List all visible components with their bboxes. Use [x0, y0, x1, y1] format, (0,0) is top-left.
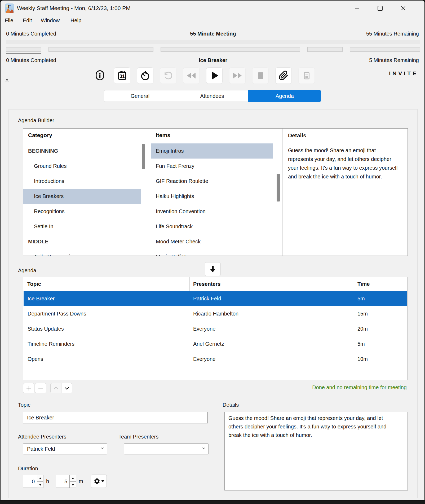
agenda-status-text: Done and no remaining time for meeting: [312, 384, 407, 391]
chevron-down-icon: [64, 385, 70, 391]
remove-row-button[interactable]: [35, 383, 46, 393]
items-scrollbar-thumb[interactable]: [277, 174, 280, 201]
menu-file[interactable]: File: [5, 17, 13, 24]
agenda-table: Topic Presenters Time Ice Breaker Patric…: [23, 277, 408, 380]
duration-options-button[interactable]: [91, 475, 107, 488]
calendar-icon: 31: [117, 70, 127, 81]
agenda-row-selected[interactable]: Ice Breaker Patrick Feld 5m: [24, 291, 407, 306]
item-row[interactable]: Life Soundtrack: [151, 219, 273, 234]
stepper-up-button[interactable]: [70, 475, 76, 481]
flag-icon: [9, 5, 11, 6]
arrow-down-icon: [209, 265, 217, 273]
rewind-button[interactable]: [183, 67, 200, 84]
menu-edit[interactable]: Edit: [23, 17, 32, 24]
agenda-row[interactable]: Opens Everyone 10m: [24, 352, 407, 367]
tab-attendees-label: Attendees: [200, 93, 224, 99]
column-header-time: Time: [354, 277, 408, 291]
item-remaining-label: 5 Minutes Remaining: [369, 57, 419, 63]
duration-hours-input[interactable]: 0: [23, 475, 37, 488]
attendee-presenters-select[interactable]: Patrick Feld: [23, 443, 107, 454]
svg-text:31: 31: [119, 74, 125, 79]
agenda-segment: [307, 47, 343, 54]
duration-label: Duration: [18, 466, 38, 472]
topic-input[interactable]: Ice Breaker: [23, 412, 208, 423]
add-row-button[interactable]: [23, 383, 34, 393]
team-presenters-select[interactable]: [124, 443, 209, 454]
rewind-icon: [187, 73, 196, 78]
details-label: Details: [223, 402, 239, 408]
calendar-button[interactable]: 31: [114, 67, 130, 84]
category-item-selected[interactable]: Ice Breakers: [23, 189, 141, 204]
agenda-segments-bar: [6, 47, 420, 54]
stepper-down-button[interactable]: [37, 481, 43, 488]
attendee-presenters-value: Patrick Feld: [27, 446, 55, 452]
tab-agenda[interactable]: Agenda: [248, 90, 321, 102]
topic-input-value: Ice Breaker: [27, 415, 54, 421]
details-textarea[interactable]: Guess the mood! Share an emoji that repr…: [224, 412, 408, 490]
add-to-agenda-button[interactable]: [205, 262, 221, 276]
agenda-row[interactable]: Status Updates Everyone 20m: [24, 321, 407, 336]
stop-icon: [258, 72, 263, 79]
category-group: BEGINNING: [23, 143, 141, 159]
close-button[interactable]: [398, 4, 409, 12]
stop-button[interactable]: [252, 67, 269, 84]
item-row-selected[interactable]: Emoji Intros: [151, 143, 273, 159]
stepper-down-button[interactable]: [70, 481, 76, 488]
agenda-builder-label: Agenda Builder: [18, 117, 54, 124]
maximize-button[interactable]: [375, 4, 385, 12]
maximize-icon: [378, 6, 383, 11]
tab-general-label: General: [131, 93, 149, 99]
notes-button[interactable]: [298, 67, 315, 84]
triangle-up-icon: [39, 477, 42, 479]
duration-hours-stepper: [37, 475, 43, 488]
item-row[interactable]: GIF Reaction Roulette: [151, 174, 273, 189]
chevron-down-icon: [100, 446, 105, 452]
duration-minutes-input[interactable]: 5: [56, 475, 70, 488]
gear-icon: [94, 478, 100, 485]
agenda-builder-box: Category BEGINNING Ground Rules Introduc…: [23, 128, 408, 256]
fast-forward-icon: [233, 73, 242, 78]
move-row-up-button[interactable]: [50, 383, 61, 393]
category-item[interactable]: Agile Ceremonies: [23, 249, 141, 256]
menu-help[interactable]: Help: [70, 17, 81, 24]
bottom-strip: [0, 501, 425, 504]
screen: Weekly Staff Meeting - Mon, 6/12/23, 1:0…: [0, 0, 425, 504]
agenda-segment: [350, 47, 420, 54]
category-item[interactable]: Settle In: [23, 219, 141, 234]
attachment-button[interactable]: [275, 67, 292, 84]
agenda-segment: [48, 47, 153, 54]
move-row-down-button[interactable]: [61, 383, 72, 393]
reset-button[interactable]: [160, 67, 176, 84]
play-button[interactable]: [206, 67, 223, 84]
collapse-chevron-icon[interactable]: [5, 78, 9, 84]
details-textarea-value: Guess the mood! Share an emoji that repr…: [228, 414, 389, 439]
triangle-down-icon: [101, 480, 104, 482]
minimize-icon: [355, 8, 359, 8]
item-row[interactable]: Fun Fact Frenzy: [151, 159, 273, 174]
item-row[interactable]: Movie Buff Bonanza: [151, 249, 273, 256]
play-icon: [212, 72, 218, 80]
agenda-row[interactable]: Department Pass Downs Ricardo Hambelton …: [24, 306, 407, 321]
item-details-text: Guess the mood! Share an emoji that repr…: [288, 146, 399, 181]
window-title: Weekly Staff Meeting - Mon, 6/12/23, 1:0…: [17, 5, 131, 11]
fast-forward-button[interactable]: [229, 67, 246, 84]
item-row[interactable]: Haiku Highlights: [151, 189, 273, 204]
category-item[interactable]: Recognitions: [23, 204, 141, 219]
topic-label: Topic: [18, 402, 30, 408]
tab-attendees[interactable]: Attendees: [176, 90, 249, 102]
category-scrollbar-thumb[interactable]: [142, 144, 145, 169]
info-icon[interactable]: [95, 69, 105, 82]
invite-button[interactable]: INVITE: [389, 70, 418, 77]
timer-button[interactable]: [137, 67, 153, 84]
meeting-title-label: 55 Minute Meeting: [190, 31, 236, 37]
item-row[interactable]: Invention Convention: [151, 204, 273, 219]
category-item[interactable]: Ground Rules: [23, 159, 141, 174]
item-row[interactable]: Mood Meter Check: [151, 234, 273, 249]
agenda-row[interactable]: Timeline Reminders Ariel Gerrietz 5m: [24, 336, 407, 352]
minimize-button[interactable]: [352, 4, 362, 12]
category-item[interactable]: Introductions: [23, 174, 141, 189]
stepper-up-button[interactable]: [37, 475, 43, 481]
tab-general[interactable]: General: [104, 90, 176, 102]
menu-window[interactable]: Window: [41, 17, 60, 24]
duration-hours-value: 0: [32, 479, 35, 485]
